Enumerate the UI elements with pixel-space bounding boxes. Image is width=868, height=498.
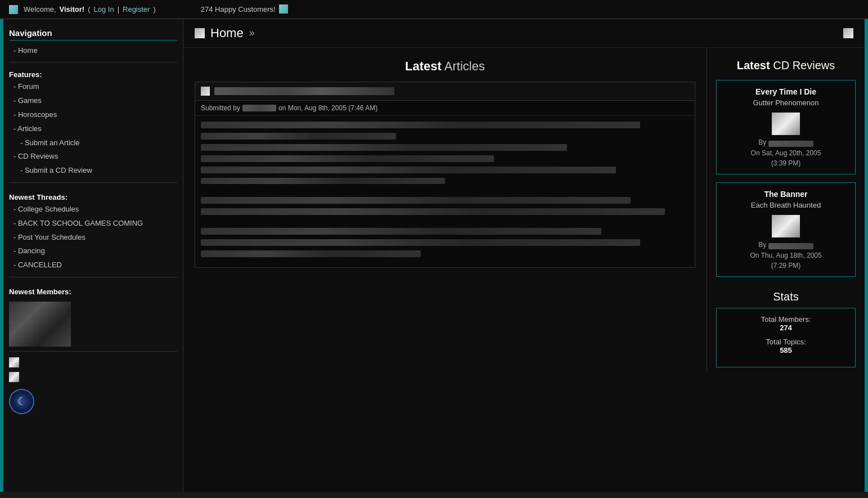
breadcrumb-bar: Home » (183, 19, 865, 48)
cd-reviews-heading: Latest CD Reviews (716, 53, 856, 80)
blur-line (201, 239, 640, 246)
stats-topics-value: 585 (723, 346, 848, 355)
member-avatar (9, 302, 71, 347)
articles-heading: Latest Articles (195, 53, 695, 82)
sidebar: Navigation - Home Features: - Forum - Ga… (3, 19, 183, 492)
sidebar-item-forum[interactable]: - Forum (9, 80, 177, 94)
blur-line (201, 167, 616, 173)
sidebar-item-submit-cd-review[interactable]: - Submit a CD Review (9, 164, 177, 178)
author-blur-1 (242, 105, 276, 111)
features-title: Features: (9, 67, 177, 80)
nav-icon (9, 5, 20, 14)
breadcrumb-right-icon (843, 28, 853, 38)
cd-date-2: On Thu, Aug 18th, 2005 (723, 252, 848, 259)
breadcrumb: Home » (195, 26, 255, 41)
cd-date-1: On Sat, Aug 20th, 2005 (723, 149, 848, 157)
cd-heading-bold: Latest (737, 59, 770, 71)
cd-image-2 (772, 215, 800, 237)
login-link[interactable]: Log In (93, 5, 114, 14)
site-logo: ☾ (9, 389, 34, 414)
small-icon-1 (9, 357, 19, 367)
navigation-title: Navigation (9, 25, 177, 41)
sidebar-item-articles[interactable]: - Articles (9, 122, 177, 136)
cd-album-title-2[interactable]: The Banner (723, 190, 848, 199)
sidebar-item-cancelled[interactable]: - CANCELLED (9, 258, 177, 272)
register-link[interactable]: Register (123, 5, 150, 14)
cd-heading-normal: CD Reviews (773, 59, 835, 71)
blur-line (201, 250, 421, 257)
visitor-label: Visitor! (60, 5, 85, 14)
newest-threads-title: Newest Threads: (9, 187, 177, 203)
main-content: Home » Latest Articles (183, 19, 865, 492)
cd-reviewer-blur-2 (768, 243, 813, 249)
sidebar-item-horoscopes[interactable]: - Horoscopes (9, 108, 177, 122)
page-wrapper: Navigation - Home Features: - Forum - Ga… (0, 19, 868, 492)
cd-reviewer-blur-1 (768, 141, 813, 147)
sidebar-item-home[interactable]: - Home (9, 44, 177, 58)
blur-line (201, 133, 396, 140)
stats-members-value: 274 (723, 324, 848, 332)
blur-line (201, 178, 445, 184)
breadcrumb-icon (195, 28, 205, 38)
happy-customers-text: 274 Happy Customers! (201, 5, 276, 14)
stats-total-members: Total Members: 274 (723, 315, 848, 332)
content-area: Latest Articles Submitted by on Mon, Aug… (183, 48, 865, 374)
breadcrumb-home[interactable]: Home (210, 26, 244, 41)
small-icon-2 (9, 372, 19, 382)
sidebar-item-submit-article[interactable]: - Submit an Article (9, 136, 177, 150)
topbar: Welcome, Visitor! (Log In|Register) 274 … (0, 0, 868, 19)
sidebar-item-college-schedules[interactable]: - College Schedules (9, 203, 177, 217)
cd-time-1: (3:39 PM) (723, 159, 848, 167)
cd-album-title-1[interactable]: Every Time I Die (723, 87, 848, 96)
blur-line (201, 197, 631, 204)
cd-by-1: By (723, 138, 848, 147)
welcome-text: Welcome, (24, 5, 56, 14)
welcome-message: Welcome, Visitor! (Log In|Register) (9, 5, 156, 14)
articles-heading-normal: Articles (444, 59, 485, 73)
submitted-by-label: Submitted by (201, 104, 240, 112)
breadcrumb-arrow: » (249, 27, 255, 39)
article-body-1 (195, 116, 695, 267)
stats-topics-label: Total Topics: (723, 338, 848, 346)
articles-heading-bold: Latest (405, 59, 442, 73)
newest-members-title: Newest Members: (9, 282, 177, 297)
stats-members-label: Total Members: (723, 315, 848, 324)
sidebar-item-games[interactable]: - Games (9, 94, 177, 108)
blur-line (201, 122, 640, 128)
article-title-1 (214, 87, 394, 95)
blur-line (201, 155, 494, 162)
blur-line (201, 228, 601, 235)
sidebar-item-cd-reviews[interactable]: - CD Reviews (9, 150, 177, 164)
blur-line (201, 208, 665, 215)
stats-heading: Stats (716, 285, 856, 308)
cd-album-sub-2: Each Breath Haunted (723, 201, 848, 209)
article-meta-1: Submitted by on Mon, Aug 8th, 2005 (7:46… (195, 101, 695, 116)
sidebar-item-back-to-school[interactable]: - BACK TO SCHOOL GAMES COMING (9, 217, 177, 231)
cd-by-2: By (723, 241, 848, 249)
happy-customers: 274 Happy Customers! (201, 5, 290, 14)
article-box-1: Submitted by on Mon, Aug 8th, 2005 (7:46… (195, 82, 695, 268)
blur-line (201, 144, 567, 151)
article-icon-1 (201, 87, 210, 96)
cd-image-1 (772, 113, 800, 135)
cd-reviews-section: Latest CD Reviews Every Time I Die Gutte… (707, 48, 865, 374)
cd-album-sub-1: Gutter Phenomenon (723, 98, 848, 107)
sidebar-item-post-schedules[interactable]: - Post Your Schedules (9, 231, 177, 245)
article-title-bar-1 (195, 82, 695, 101)
cd-review-box-2: The Banner Each Breath Haunted By On Thu… (716, 182, 856, 277)
submitted-on-date: on Mon, Aug 8th, 2005 (7:46 AM) (278, 104, 377, 112)
stats-total-topics: Total Topics: 585 (723, 338, 848, 355)
happy-icon (279, 5, 288, 14)
stats-box: Total Members: 274 Total Topics: 585 (716, 308, 856, 367)
articles-section: Latest Articles Submitted by on Mon, Aug… (183, 48, 707, 374)
cd-review-box-1: Every Time I Die Gutter Phenomenon By On… (716, 80, 856, 174)
cd-time-2: (7:29 PM) (723, 262, 848, 270)
sidebar-item-dancing[interactable]: - Dancing (9, 244, 177, 258)
